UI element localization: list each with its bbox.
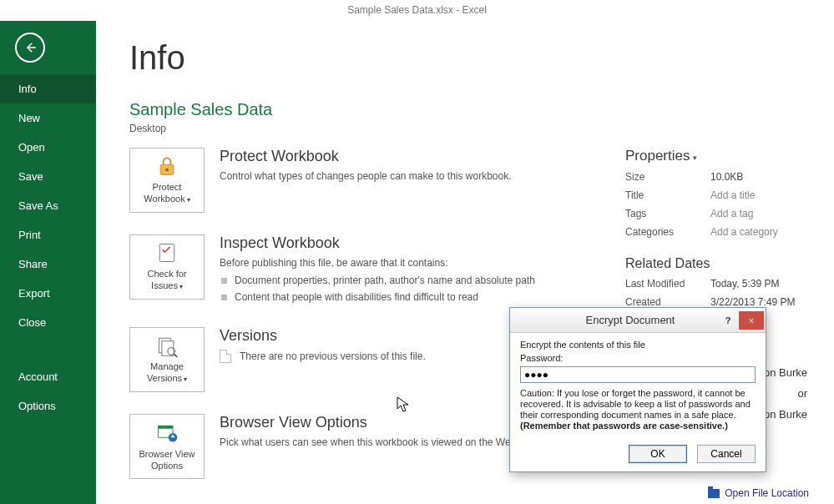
lock-shield-icon	[155, 154, 179, 178]
prop-row-tags[interactable]: Tags Add a tag	[625, 208, 809, 219]
backstage-sidebar: Info New Open Save Save As Print Share E…	[0, 21, 96, 504]
nav-print[interactable]: Print	[0, 220, 96, 249]
svg-line-6	[174, 355, 178, 358]
manage-versions-button[interactable]: Manage Versions▾	[129, 327, 205, 392]
open-file-location-link[interactable]: Open File Location	[708, 487, 809, 499]
chevron-down-icon: ▾	[187, 196, 190, 204]
prop-row-size: Size 10.0KB	[625, 171, 809, 183]
inspect-bullet: Content that people with disabilities fi…	[220, 289, 617, 305]
dialog-close-button[interactable]: ×	[739, 311, 764, 330]
page-title: Info	[129, 39, 809, 77]
nav-open[interactable]: Open	[0, 133, 96, 162]
dialog-intro: Encrypt the contents of this file	[520, 340, 756, 350]
back-button[interactable]	[15, 33, 45, 63]
nav-info[interactable]: Info	[0, 74, 96, 103]
card-label: Check for	[147, 268, 186, 280]
chevron-down-icon: ▾	[693, 154, 697, 162]
check-for-issues-button[interactable]: Check for Issues▾	[129, 234, 205, 300]
nav-saveas[interactable]: Save As	[0, 191, 96, 220]
dialog-title: Encrypt Document	[510, 314, 717, 326]
inspect-text: Before publishing this file, be aware th…	[220, 257, 617, 269]
inspect-icon	[155, 241, 179, 265]
prop-row-created: Created 3/22/2013 7:49 PM	[625, 296, 809, 308]
svg-rect-2	[159, 244, 174, 262]
window-titlebar: Sample Sales Data.xlsx - Excel	[0, 0, 834, 21]
document-icon	[220, 350, 231, 363]
related-dates-heading: Related Dates	[625, 256, 809, 271]
svg-rect-4	[162, 341, 174, 356]
password-label: Password:	[520, 353, 756, 363]
dialog-caution: Caution: If you lose or forget the passw…	[520, 388, 751, 420]
card-label: Protect	[153, 181, 182, 193]
dialog-caution-note: (Remember that passwords are case-sensit…	[520, 421, 728, 431]
browser-view-options-button[interactable]: Browser View Options	[129, 414, 205, 479]
inspect-bullet: Document properties, printer path, autho…	[220, 272, 617, 289]
chevron-down-icon: ▾	[184, 375, 187, 383]
card-label: Issues▾	[151, 280, 183, 293]
encrypt-document-dialog: Encrypt Document ? × Encrypt the content…	[509, 307, 766, 472]
document-location: Desktop	[129, 123, 809, 134]
document-title: Sample Sales Data	[129, 100, 809, 119]
nav-share[interactable]: Share	[0, 249, 96, 279]
nav-account[interactable]: Account	[0, 362, 96, 391]
card-label: Browser View	[139, 448, 195, 460]
ok-button[interactable]: OK	[629, 445, 687, 463]
versions-icon	[155, 334, 179, 357]
nav-close[interactable]: Close	[0, 308, 96, 337]
protect-workbook-button[interactable]: Protect Workbook▾	[129, 148, 205, 213]
nav-new[interactable]: New	[0, 103, 96, 133]
nav-export[interactable]: Export	[0, 279, 96, 308]
svg-rect-8	[159, 426, 174, 429]
browser-view-icon	[155, 421, 179, 445]
dialog-help-button[interactable]: ?	[717, 311, 739, 330]
inspect-heading: Inspect Workbook	[220, 234, 617, 252]
cancel-button[interactable]: Cancel	[697, 445, 756, 463]
protect-heading: Protect Workbook	[220, 148, 617, 165]
svg-point-1	[165, 169, 169, 172]
nav-options[interactable]: Options	[0, 391, 96, 421]
chevron-down-icon: ▾	[179, 283, 183, 290]
protect-text: Control what types of changes people can…	[220, 170, 617, 182]
folder-icon	[708, 489, 720, 498]
properties-dropdown[interactable]: Properties▾	[625, 148, 809, 164]
back-arrow-icon	[23, 40, 38, 55]
card-label: Versions▾	[147, 372, 187, 386]
password-input[interactable]	[520, 366, 756, 383]
versions-text: There are no previous versions of this f…	[240, 350, 426, 362]
dialog-titlebar[interactable]: Encrypt Document ? ×	[510, 308, 766, 333]
card-label: Workbook▾	[144, 193, 190, 206]
nav-save[interactable]: Save	[0, 162, 96, 191]
card-label: Manage	[150, 360, 184, 372]
card-label: Options	[151, 460, 183, 471]
prop-row-last-modified: Last Modified Today, 5:39 PM	[625, 278, 809, 290]
prop-row-title[interactable]: Title Add a title	[625, 189, 809, 201]
prop-row-categories[interactable]: Categories Add a category	[625, 226, 809, 238]
